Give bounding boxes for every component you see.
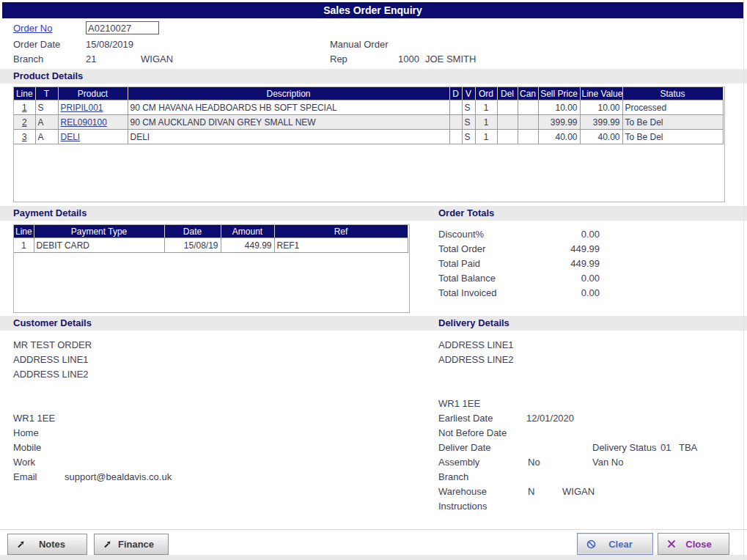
clear-button-label: Clear [596, 539, 645, 550]
payment-details-title: Payment Details [13, 207, 87, 218]
close-icon [667, 539, 676, 548]
cell-status: Processed [622, 100, 723, 115]
total-invoiced-value: 0.00 [528, 287, 600, 298]
payment-order-totals-bar: Payment Details Order Totals [0, 206, 747, 221]
line-number-link[interactable]: 2 [22, 117, 27, 128]
product-details-panel[interactable]: Line T Product Description D V Ord Del C… [13, 86, 725, 202]
no-entry-icon [586, 539, 596, 549]
title-bar: Sales Order Enquiry [2, 2, 743, 18]
cell-can [518, 115, 538, 130]
cell-t: S [35, 100, 58, 115]
window-right-edge [743, 0, 744, 560]
earliest-date-label: Earliest Date [438, 413, 493, 424]
rep-code: 1000 [398, 54, 419, 65]
product-details-bar: Product Details [0, 69, 747, 84]
total-invoiced-label: Total Invoiced [438, 287, 497, 298]
customer-postcode: WR1 1EE [13, 413, 55, 424]
cell-payment-type: DEBIT CARD [34, 238, 164, 253]
product-code-link[interactable]: REL090100 [61, 117, 107, 128]
table-row: 1 DEBIT CARD 15/08/19 449.99 REF1 [14, 238, 408, 253]
cell-sell-price: 10.00 [538, 100, 580, 115]
cell-ref: REF1 [274, 238, 408, 253]
col-line-value: Line Value [580, 87, 622, 100]
branch-name: WIGAN [141, 54, 173, 65]
table-row: 2 A REL090100 90 CM AUCKLAND DIVAN GREY … [14, 115, 723, 130]
cell-d [449, 130, 462, 144]
discount-value: 0.00 [528, 229, 600, 240]
order-date-label: Order Date [13, 39, 60, 50]
cell-sell-price: 40.00 [538, 130, 580, 144]
delivery-postcode: WR1 1EE [438, 398, 480, 409]
cell-del [497, 130, 518, 144]
discount-label: Discount% [438, 229, 484, 240]
product-details-title: Product Details [13, 70, 83, 81]
notes-button[interactable]: Notes [7, 534, 87, 555]
earliest-date-value: 12/01/2020 [526, 413, 574, 424]
warehouse-name: WIGAN [562, 486, 595, 497]
col-product: Product [58, 87, 128, 100]
cell-t: A [35, 130, 58, 144]
mobile-label: Mobile [13, 442, 41, 453]
delivery-status-value: TBA [679, 442, 697, 453]
payment-details-panel[interactable]: Line Payment Type Date Amount Ref 1 DEBI… [13, 224, 410, 313]
manual-order-label: Manual Order [330, 39, 388, 50]
total-order-value: 449.99 [528, 243, 600, 254]
product-table-header: Line T Product Description D V Ord Del C… [14, 87, 723, 100]
delivery-branch-label: Branch [438, 471, 468, 482]
cell-v: S [462, 100, 475, 115]
total-order-label: Total Order [438, 243, 485, 254]
cell-ord: 1 [475, 100, 497, 115]
cell-can [518, 100, 538, 115]
notes-button-label: Notes [25, 539, 79, 550]
product-code-link[interactable]: PRIPIL001 [61, 103, 103, 113]
delivery-status-label: Delivery Status [592, 442, 656, 453]
deliver-date-label: Deliver Date [438, 442, 491, 453]
cell-v: S [462, 115, 475, 130]
col-description: Description [128, 87, 449, 100]
assembly-label: Assembly [438, 457, 479, 468]
warehouse-label: Warehouse [438, 486, 487, 497]
order-no-link[interactable]: Order No [13, 23, 52, 34]
page-title: Sales Order Enquiry [323, 4, 422, 16]
col-v: V [462, 87, 475, 100]
rep-name: JOE SMITH [425, 54, 476, 65]
delivery-address2: ADDRESS LINE2 [438, 354, 514, 365]
col-can: Can [518, 87, 538, 100]
line-number-link[interactable]: 3 [22, 132, 27, 142]
cell-line: 1 [14, 238, 34, 253]
cell-del [497, 100, 518, 115]
order-no-input[interactable] [86, 21, 159, 34]
customer-details-title: Customer Details [13, 317, 92, 328]
clear-button[interactable]: Clear [577, 533, 653, 555]
cell-line-value: 40.00 [580, 130, 622, 144]
cell-amount: 449.99 [221, 238, 274, 253]
not-before-date-label: Not Before Date [438, 427, 507, 438]
cell-line-value: 399.99 [580, 115, 622, 130]
email-label: Email [13, 471, 37, 482]
rep-label: Rep [330, 54, 347, 65]
payment-table-header: Line Payment Type Date Amount Ref [14, 225, 408, 238]
cell-ord: 1 [475, 130, 497, 144]
product-table: Line T Product Description D V Ord Del C… [14, 87, 724, 144]
col-date: Date [164, 225, 221, 238]
van-no-label: Van No [592, 457, 623, 468]
total-balance-value: 0.00 [528, 273, 600, 284]
product-code-link[interactable]: DELI [61, 132, 81, 142]
col-line: Line [14, 87, 35, 100]
delivery-status-code: 01 [660, 442, 671, 453]
cell-status: To Be Del [622, 130, 723, 144]
col-status: Status [622, 87, 723, 100]
cell-description: 90 CM AUCKLAND DIVAN GREY SMALL NEW [128, 115, 449, 130]
table-row: 1 S PRIPIL001 90 CM HAVANA HEADBOARDS HB… [14, 100, 723, 115]
total-balance-label: Total Balance [438, 273, 496, 284]
close-button[interactable]: Close [658, 533, 729, 555]
cell-ord: 1 [475, 115, 497, 130]
warehouse-code: N [528, 486, 534, 497]
cell-can [518, 130, 538, 144]
assembly-value: No [528, 457, 540, 468]
delivery-details-title: Delivery Details [438, 317, 509, 328]
cell-t: A [35, 115, 58, 130]
line-number-link[interactable]: 1 [22, 103, 27, 113]
finance-button[interactable]: Finance [94, 534, 169, 555]
payment-table: Line Payment Type Date Amount Ref 1 DEBI… [14, 225, 408, 253]
